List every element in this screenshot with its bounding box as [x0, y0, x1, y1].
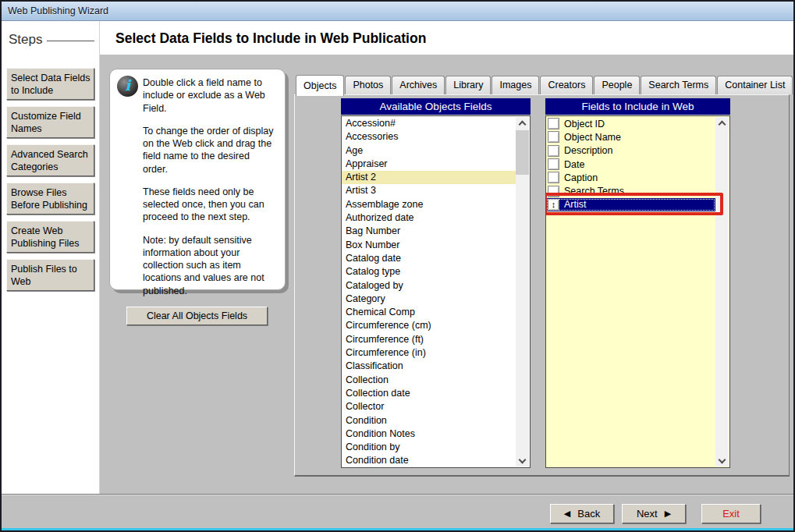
available-field-row[interactable]: Accessories	[342, 130, 516, 144]
chevron-up-icon	[519, 121, 527, 129]
tab[interactable]: Images	[492, 76, 539, 94]
available-field-row[interactable]: Box Number	[342, 239, 516, 252]
field-label: Condition by	[346, 442, 400, 452]
field-label: Artist 3	[346, 185, 376, 196]
field-label: Appraiser	[346, 158, 388, 169]
field-label: Authorized date	[346, 212, 414, 223]
tab[interactable]: Search Terms	[641, 76, 716, 94]
step-button[interactable]: Select Data Fields to Include	[6, 68, 94, 100]
available-field-row[interactable]: Chemical Comp	[342, 306, 516, 319]
available-field-row[interactable]: Bag Number	[342, 225, 516, 238]
field-label: Condition Notes	[346, 428, 415, 439]
field-label: Collector	[346, 401, 384, 412]
instructions-box: i Double click a field name to include o…	[109, 69, 286, 290]
next-arrow-icon: ▶	[665, 509, 671, 519]
available-field-row[interactable]: Collection date	[342, 387, 516, 400]
include-fields-rows: Object ID Object Name	[546, 116, 715, 211]
available-field-row[interactable]: Condition date	[342, 454, 516, 467]
field-label: Search Terms	[564, 186, 624, 197]
objects-tab-panel: Available Objects Fields Accession#	[294, 94, 790, 477]
fields-tab-control: Objects Photos Archives Library Images C…	[294, 75, 790, 477]
field-label: Age	[346, 145, 363, 156]
step-button-list: Select Data Fields to Include Customize …	[2, 68, 99, 291]
available-field-row[interactable]: Appraiser	[342, 158, 516, 171]
main-column: Select Data Fields to Include in Web Pub…	[100, 21, 793, 494]
available-field-row[interactable]: Authorized date	[342, 211, 516, 225]
field-label: Chemical Comp	[346, 307, 415, 317]
drag-handle[interactable]	[548, 145, 559, 157]
available-field-row[interactable]: Condition	[342, 414, 516, 427]
available-field-row[interactable]: Assemblage zone	[342, 198, 516, 211]
field-label: Circumference (in)	[346, 347, 426, 358]
drag-handle[interactable]: ↕	[548, 199, 559, 211]
available-field-row[interactable]: Collection	[342, 374, 516, 387]
field-label: Cataloged by	[346, 280, 403, 291]
drag-handle[interactable]	[548, 118, 559, 129]
tab[interactable]: Photos	[345, 76, 391, 94]
field-label: Circumference (ft)	[346, 334, 424, 345]
web-publishing-wizard-window: Web Publishing Wizard Steps Select Data …	[0, 0, 795, 532]
field-label: Accession#	[346, 118, 396, 129]
available-field-row[interactable]: Circumference (ft)	[342, 333, 516, 346]
clear-all-objects-fields-button[interactable]: Clear All Objects Fields	[126, 307, 268, 325]
include-scrollbar[interactable]	[715, 117, 729, 466]
available-field-row[interactable]: Circumference (in)	[342, 346, 516, 360]
available-field-row[interactable]: Condition by	[342, 441, 516, 454]
steps-sidebar: Steps Select Data Fields to Include Cust…	[2, 21, 100, 494]
tab[interactable]: Library	[445, 76, 491, 94]
tab[interactable]: Creators	[540, 76, 593, 94]
include-field-row[interactable]: Object Name	[546, 130, 715, 144]
available-fields-header: Available Objects Fields	[341, 98, 531, 115]
window-titlebar[interactable]: Web Publishing Wizard	[2, 2, 793, 21]
available-field-row[interactable]: Artist 2	[342, 171, 516, 184]
step-button[interactable]: Browse Files Before Publishing	[6, 183, 94, 215]
available-field-row[interactable]: Catalog date	[342, 252, 516, 265]
available-field-row[interactable]: Category	[342, 293, 516, 306]
drag-handle[interactable]	[548, 131, 559, 143]
steps-heading: Steps	[9, 32, 42, 48]
scroll-down-button[interactable]	[715, 455, 729, 466]
field-label: Collection date	[346, 388, 410, 399]
include-field-row[interactable]: Object ID	[546, 117, 715, 130]
info-paragraph: Note: by default sensitive information a…	[143, 234, 277, 297]
drag-handle[interactable]	[548, 172, 559, 183]
include-field-row[interactable]: Description	[546, 144, 715, 158]
scrollbar-thumb[interactable]	[516, 130, 529, 175]
available-field-row[interactable]: Age	[342, 144, 516, 158]
include-field-row[interactable]: Date	[546, 158, 715, 171]
available-scrollbar[interactable]	[516, 117, 529, 466]
back-button[interactable]: ◀ Back	[550, 504, 614, 523]
available-field-row[interactable]: Circumference (cm)	[342, 319, 516, 332]
chevron-down-icon	[519, 456, 527, 464]
available-field-row[interactable]: Catalog type	[342, 265, 516, 278]
available-field-row[interactable]: Artist 3	[342, 184, 516, 197]
available-field-row[interactable]: Cataloged by	[342, 279, 516, 293]
available-field-row[interactable]: Classification	[342, 360, 516, 373]
available-field-row[interactable]: Condition Notes	[342, 427, 516, 441]
tab[interactable]: People	[594, 76, 640, 94]
available-field-row[interactable]: Collector	[342, 400, 516, 413]
chevron-down-icon	[719, 456, 726, 464]
drag-handle[interactable]	[548, 158, 559, 170]
step-button[interactable]: Customize Field Names	[6, 106, 94, 138]
scroll-down-button[interactable]	[516, 455, 529, 466]
include-field-row[interactable]: Search Terms	[546, 184, 715, 197]
field-label: Date	[564, 159, 584, 170]
tab[interactable]: Objects	[296, 75, 344, 96]
tab[interactable]: Archives	[392, 76, 445, 94]
available-field-row[interactable]: Accession#	[342, 117, 516, 130]
drag-handle[interactable]	[548, 186, 559, 197]
field-label: Assemblage zone	[346, 199, 423, 210]
step-button[interactable]: Advanced Search Categories	[6, 144, 94, 176]
include-field-row[interactable]: ↕ Artist	[546, 198, 715, 211]
step-button[interactable]: Publish Files to Web	[6, 259, 94, 291]
scroll-up-button[interactable]	[516, 117, 529, 129]
exit-button[interactable]: Exit	[701, 504, 761, 523]
step-button[interactable]: Create Web Publishing Files	[6, 221, 94, 253]
scroll-up-button[interactable]	[715, 117, 729, 129]
steps-heading-row: Steps	[2, 21, 99, 48]
tab[interactable]: Container List	[717, 76, 793, 94]
next-button[interactable]: Next ▶	[622, 504, 686, 523]
field-label: Caption	[564, 172, 598, 183]
include-field-row[interactable]: Caption	[546, 171, 715, 184]
